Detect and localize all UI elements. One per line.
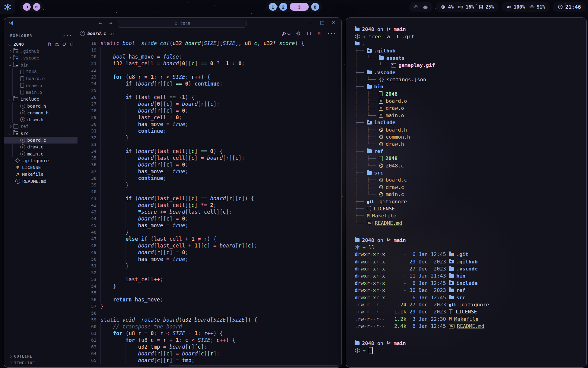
cloud-icon[interactable] bbox=[422, 4, 428, 10]
explorer-item-boardc[interactable]: Cboard.c bbox=[4, 137, 77, 144]
indent-guide bbox=[100, 128, 113, 134]
run-task-button[interactable] bbox=[281, 31, 290, 36]
search-value: 2048 bbox=[180, 21, 190, 26]
split-editor-button[interactable] bbox=[307, 31, 311, 36]
nix-flake-prompt-icon bbox=[355, 34, 360, 39]
refresh-explorer-button[interactable] bbox=[62, 42, 66, 47]
media-prev-button[interactable] bbox=[23, 3, 31, 11]
explorer-item-2048[interactable]: 2048 bbox=[4, 68, 77, 75]
code-line: 37has_move = true; bbox=[77, 168, 341, 175]
code-line: 61for (u8 r = 0; r < SIZE - 1; r++) { bbox=[77, 330, 341, 337]
wifi-icon[interactable] bbox=[529, 4, 535, 10]
outline-section[interactable]: OUTLINE bbox=[4, 353, 77, 359]
explorer-item-include[interactable]: include bbox=[4, 96, 77, 102]
terminal-window[interactable]: 2048 on main→ tree -a -I .git.├── .githu… bbox=[346, 17, 587, 368]
indent-guide bbox=[113, 114, 126, 121]
code-text: *score += board[last_cell][c]; bbox=[100, 209, 232, 215]
status-pill bbox=[409, 2, 433, 12]
explorer-item-boardo[interactable]: board.o bbox=[4, 75, 77, 82]
code-text: for (u8 r = 0; r < SIZE - 1; r++) { bbox=[100, 330, 223, 337]
indent-guide bbox=[100, 182, 113, 188]
collapse-folders-button[interactable] bbox=[69, 42, 74, 47]
new-file-button[interactable] bbox=[47, 42, 52, 47]
terminal-row: drwxr-xr-x - 6 Jan 12:45 include bbox=[355, 280, 586, 287]
more-actions-button[interactable]: ··· bbox=[327, 31, 337, 36]
command-center-search[interactable]: 2048 bbox=[118, 20, 247, 28]
workspace-8[interactable]: 8 bbox=[311, 3, 319, 11]
workspace-3[interactable]: 3 bbox=[290, 3, 309, 11]
indent-guide bbox=[100, 269, 113, 276]
makefile-icon: M bbox=[367, 213, 370, 219]
code-editor[interactable]: 18static bool _slide_col(u32 board[SIZE]… bbox=[77, 38, 341, 367]
explorer-item-commonh[interactable]: Hcommon.h bbox=[4, 109, 77, 116]
workspace-1[interactable]: 1 bbox=[269, 3, 277, 11]
maximize-button[interactable]: □ bbox=[320, 20, 324, 25]
outline-label: OUTLINE bbox=[14, 354, 32, 358]
line-number: 63 bbox=[77, 343, 96, 350]
explorer-more-icon[interactable]: ··· bbox=[63, 33, 73, 38]
indent-guide bbox=[126, 121, 138, 128]
explorer-item-src[interactable]: src bbox=[4, 130, 77, 137]
terminal-row bbox=[355, 330, 586, 337]
nix-menu-button[interactable] bbox=[0, 0, 15, 14]
code-text: } bbox=[100, 134, 129, 141]
explorer-item-drawc[interactable]: Cdraw.c bbox=[4, 144, 77, 150]
explorer-item-maino[interactable]: main.o bbox=[4, 89, 77, 96]
tab-board-c[interactable]: C board.c src bbox=[80, 31, 115, 36]
code-text: board[0][c] = board[r][c]; bbox=[100, 101, 220, 107]
indent-guide bbox=[100, 202, 113, 209]
settings-gear-button[interactable] bbox=[296, 31, 301, 36]
terminal-row: → tree -a -I .git bbox=[355, 33, 586, 40]
explorer-item-READMEmd[interactable]: iREADME.md bbox=[4, 178, 77, 185]
editor-window: ← → 2048 — □ × EXPLORER ··· 2048 bbox=[4, 17, 342, 368]
explorer-item-Makefile[interactable]: Makefile bbox=[4, 171, 77, 178]
terminal-row: drwxr-xr-x - 11 Jan 21:43 bin bbox=[355, 272, 586, 279]
code-text: has_move = true; bbox=[100, 121, 188, 128]
explorer-item-boardh[interactable]: Hboard.h bbox=[4, 102, 77, 109]
git-branch-icon bbox=[386, 341, 391, 346]
indent-guide bbox=[113, 236, 126, 242]
explorer-item-bin[interactable]: bin bbox=[4, 62, 77, 68]
code-line: 24if (board[r][c] == 0) continue; bbox=[77, 80, 341, 87]
src-folder-icon bbox=[13, 131, 18, 135]
media-next-button[interactable] bbox=[33, 3, 40, 11]
code-text bbox=[100, 87, 126, 94]
explorer-item-LICENSE[interactable]: LICENSE bbox=[4, 164, 77, 171]
indent-guide bbox=[100, 229, 113, 236]
explorer-item-drawh[interactable]: Hdraw.h bbox=[4, 116, 77, 123]
timeline-section[interactable]: TIMELINE bbox=[4, 359, 77, 366]
indent-guide bbox=[100, 350, 113, 357]
terminal-row: .rw-r--r-- 24 27 Dec 2023 git.gitignore bbox=[355, 301, 586, 308]
explorer-root-folder[interactable]: 2048 bbox=[4, 40, 77, 48]
close-editor-button[interactable]: × bbox=[317, 31, 321, 36]
indent-guide bbox=[113, 350, 126, 357]
explorer-item-mainc[interactable]: Cmain.c bbox=[4, 150, 77, 157]
code-text: static void _rotate_board(u32 board[SIZE… bbox=[100, 316, 257, 323]
code-line: 21i32 last_cell = board[0][c] == 0 ? -1 … bbox=[77, 60, 341, 67]
close-button[interactable]: × bbox=[331, 20, 335, 25]
new-folder-button[interactable] bbox=[55, 42, 59, 47]
chevron-down-icon bbox=[9, 43, 12, 46]
forward-button[interactable]: → bbox=[109, 20, 112, 26]
explorer-item-vscode[interactable]: .vscode bbox=[4, 55, 77, 61]
indent-guide bbox=[100, 101, 113, 107]
back-button[interactable]: ← bbox=[99, 20, 102, 26]
explorer-item-gitignore[interactable]: .gitignore bbox=[4, 157, 77, 164]
wifi-status-icon[interactable] bbox=[413, 4, 419, 10]
explorer-item-drawo[interactable]: draw.o bbox=[4, 82, 77, 89]
clock-pill: 21:46 bbox=[553, 2, 586, 12]
indent-guide bbox=[126, 357, 138, 364]
terminal-row: . bbox=[355, 40, 586, 47]
media-controls bbox=[20, 2, 43, 12]
volume-icon[interactable] bbox=[506, 4, 512, 10]
indent-guide bbox=[100, 323, 113, 330]
explorer-item-ref[interactable]: ref bbox=[4, 123, 77, 130]
terminal-row: └── M↓README.md bbox=[355, 220, 586, 227]
explorer-title: EXPLORER bbox=[10, 33, 32, 38]
horizontal-scrollbar[interactable] bbox=[169, 365, 338, 366]
explorer-item-github[interactable]: .github bbox=[4, 48, 77, 55]
code-line: 47else if (last_cell + 1 ≠ r) { bbox=[77, 236, 341, 242]
minimize-button[interactable]: — bbox=[308, 20, 313, 25]
workspace-2[interactable]: 2 bbox=[279, 3, 287, 11]
file-icon bbox=[20, 90, 24, 94]
